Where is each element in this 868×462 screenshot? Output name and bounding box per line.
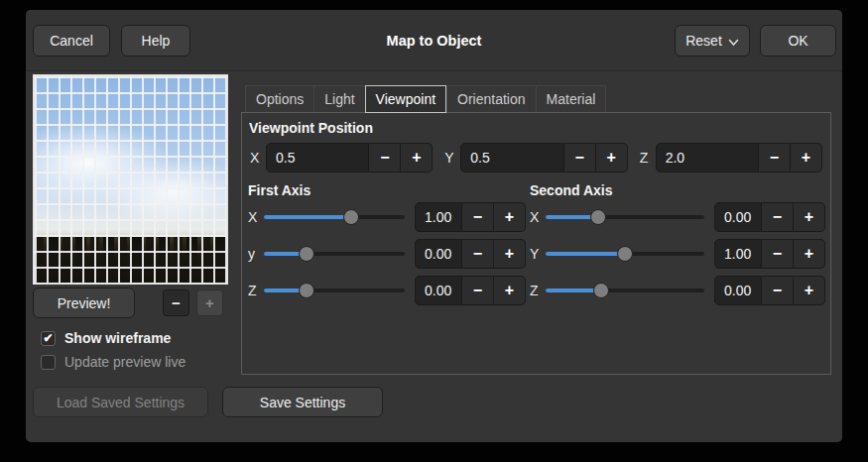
first-axis-x-increment-button[interactable]: + <box>494 202 526 232</box>
first-axis-x-label: X <box>248 209 264 225</box>
show-wireframe-checkbox[interactable]: ✔ <box>41 331 56 346</box>
cancel-button[interactable]: Cancel <box>33 25 110 57</box>
viewpoint-position-title: Viewpoint Position <box>249 120 373 136</box>
slider-thumb[interactable] <box>299 246 314 262</box>
second-axis-z-increment-button[interactable]: + <box>794 276 825 305</box>
slider-fill <box>264 215 351 219</box>
second-axis-y-input[interactable]: 1.00 <box>714 239 762 269</box>
viewpoint-x-increment-button[interactable]: + <box>401 143 433 173</box>
first-axis-y-input[interactable]: 0.00 <box>415 239 462 269</box>
second-axis-y-decrement-button[interactable]: − <box>762 239 794 269</box>
wireframe-grid-overlay <box>35 76 226 283</box>
first-axis-z-input[interactable]: 0.00 <box>415 276 462 305</box>
chevron-down-icon <box>728 34 739 50</box>
save-settings-button[interactable]: Save Settings <box>222 387 383 417</box>
preview-image <box>33 74 228 285</box>
minus-icon: − <box>172 294 181 311</box>
zoom-in-button: + <box>196 289 223 316</box>
viewpoint-x-input[interactable]: 0.5 <box>266 143 369 173</box>
first-axis-z-increment-button[interactable]: + <box>494 276 526 305</box>
first-axis-x-decrement-button[interactable]: − <box>462 202 494 232</box>
plus-icon: + <box>805 282 813 299</box>
viewpoint-y-decrement-button[interactable]: − <box>564 143 596 173</box>
titlebar: Cancel Help Map to Object Reset OK <box>26 10 842 71</box>
second-axis-z-decrement-button[interactable]: − <box>762 276 794 305</box>
plus-icon: + <box>505 282 514 299</box>
ok-button[interactable]: OK <box>760 25 836 57</box>
plus-icon: + <box>805 245 813 263</box>
second-axis-z-label: Z <box>530 283 546 298</box>
first-axis-z-slider[interactable] <box>264 276 405 305</box>
first-axis-y-increment-button[interactable]: + <box>494 239 526 269</box>
slider-thumb[interactable] <box>593 283 609 298</box>
minus-icon: − <box>473 282 482 299</box>
viewpoint-y-increment-button[interactable]: + <box>596 143 628 173</box>
second-axis-z-row: Z 0.00 − + <box>530 276 825 305</box>
viewpoint-z-group: Z 2.0 − + <box>640 143 822 173</box>
show-wireframe-row[interactable]: ✔ Show wireframe <box>41 329 171 347</box>
second-axis-x-input[interactable]: 0.00 <box>714 202 762 232</box>
slider-thumb[interactable] <box>299 283 314 298</box>
first-axis-z-row: Z 0.00 − + <box>248 276 526 305</box>
minus-icon: − <box>773 208 782 226</box>
viewpoint-z-input[interactable]: 2.0 <box>656 143 759 173</box>
viewpoint-x-decrement-button[interactable]: − <box>369 143 401 173</box>
plus-icon: + <box>505 208 514 226</box>
plus-icon: + <box>805 208 813 226</box>
second-axis-x-increment-button[interactable]: + <box>794 202 825 232</box>
second-axis-x-decrement-button[interactable]: − <box>762 202 794 232</box>
map-to-object-dialog: Cancel Help Map to Object Reset OK Previ… <box>26 10 842 442</box>
viewpoint-y-input[interactable]: 0.5 <box>460 143 563 173</box>
second-axis-y-increment-button[interactable]: + <box>794 239 825 269</box>
minus-icon: − <box>473 208 482 226</box>
second-axis-z-input[interactable]: 0.00 <box>714 276 762 305</box>
first-axis-y-decrement-button[interactable]: − <box>462 239 494 269</box>
tab-material[interactable]: Material <box>536 85 607 113</box>
reset-button[interactable]: Reset <box>675 25 750 57</box>
first-axis-x-row: X 1.00 − + <box>248 202 526 232</box>
slider-thumb[interactable] <box>617 246 633 262</box>
viewpoint-z-increment-button[interactable]: + <box>791 143 822 173</box>
minus-icon: − <box>770 149 779 167</box>
minus-icon: − <box>574 149 583 167</box>
first-axis-y-slider[interactable] <box>264 239 405 269</box>
load-saved-settings-button: Load Saved Settings <box>33 387 208 417</box>
second-axis-x-slider[interactable] <box>546 202 704 232</box>
first-axis-column: X 1.00 − + y 0.00 − + <box>248 202 526 312</box>
help-button[interactable]: Help <box>121 25 190 57</box>
show-wireframe-label: Show wireframe <box>64 330 171 346</box>
zoom-out-button[interactable]: − <box>163 289 189 316</box>
update-preview-live-label: Update preview live <box>64 354 186 370</box>
second-axis-x-label: X <box>530 209 546 225</box>
slider-fill <box>546 252 625 256</box>
viewpoint-y-group: Y 0.5 − + <box>444 143 627 173</box>
tab-light[interactable]: Light <box>313 85 364 113</box>
slider-thumb[interactable] <box>343 209 359 225</box>
slider-thumb[interactable] <box>590 209 606 225</box>
tab-viewpoint[interactable]: Viewpoint <box>365 85 446 113</box>
first-axis-x-input[interactable]: 1.00 <box>415 202 462 232</box>
update-preview-live-checkbox[interactable]: ✔ <box>41 355 56 370</box>
second-axis-z-slider[interactable] <box>546 276 704 305</box>
first-axis-x-slider[interactable] <box>264 202 405 232</box>
viewpoint-position-row: X 0.5 − + Y 0.5 − + Z 2.0 − + <box>250 143 822 173</box>
first-axis-y-label: y <box>248 246 264 262</box>
check-icon: ✔ <box>43 332 53 344</box>
first-axis-title: First Axis <box>248 182 310 198</box>
tab-orientation[interactable]: Orientation <box>446 85 535 113</box>
second-axis-column: X 0.00 − + Y 1.00 − + <box>530 202 825 312</box>
preview-button[interactable]: Preview! <box>33 288 135 318</box>
plus-icon: + <box>802 149 810 167</box>
reset-label: Reset <box>685 33 722 49</box>
plus-icon: + <box>412 149 421 167</box>
second-axis-y-slider[interactable] <box>546 239 704 269</box>
first-axis-z-label: Z <box>248 283 264 298</box>
tab-options[interactable]: Options <box>245 85 313 113</box>
plus-icon: + <box>505 245 514 263</box>
viewpoint-x-label: X <box>250 150 266 166</box>
tab-strip: Options Light Viewpoint Orientation Mate… <box>245 85 606 113</box>
viewpoint-z-decrement-button[interactable]: − <box>759 143 791 173</box>
second-axis-y-row: Y 1.00 − + <box>530 239 825 269</box>
first-axis-z-decrement-button[interactable]: − <box>462 276 494 305</box>
update-preview-live-row[interactable]: ✔ Update preview live <box>41 353 186 371</box>
